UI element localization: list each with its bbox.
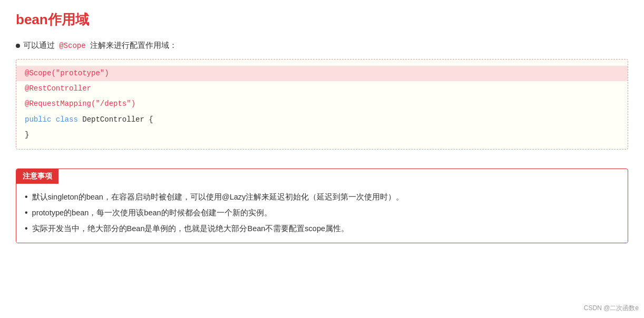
code-block: @Scope("prototype") @RestController @Req… (16, 59, 628, 149)
code-class-name: DeptController { (82, 115, 153, 124)
watermark: CSDN @二次函数e (584, 304, 639, 313)
code-line-2: @RestController (25, 81, 619, 96)
notice-item-2: prototype的bean，每一次使用该bean的时候都会创建一个新的实例。 (25, 205, 619, 221)
notice-item-3-text: 实际开发当中，绝大部分的Bean是单例的，也就是说绝大部分Bean不需要配置sc… (32, 222, 349, 235)
notice-list: 默认singleton的bean，在容器启动时被创建，可以使用@Lazy注解来延… (25, 189, 619, 236)
notice-content: 默认singleton的bean，在容器启动时被创建，可以使用@Lazy注解来延… (16, 184, 628, 243)
notice-item-3: 实际开发当中，绝大部分的Bean是单例的，也就是说绝大部分Bean不需要配置sc… (25, 221, 619, 236)
page-title: bean作用域 (16, 11, 628, 29)
code-annotation-2: @RestController (25, 84, 91, 93)
bullet-dot (16, 44, 20, 48)
code-closing-brace: } (25, 131, 29, 139)
code-annotation-3: @RequestMapping("/depts") (25, 100, 135, 108)
code-kw-public: public (25, 115, 56, 124)
notice-item-1-text: 默认singleton的bean，在容器启动时被创建，可以使用@Lazy注解来延… (32, 190, 404, 204)
code-annotation-1: @Scope("prototype") (25, 69, 109, 77)
code-line-3: @RequestMapping("/depts") (25, 96, 619, 112)
intro-text: 可以通过 @Scope 注解来进行配置作用域： (23, 41, 177, 51)
notice-header-row: 注意事项 (16, 169, 628, 184)
notice-item-1: 默认singleton的bean，在容器启动时被创建，可以使用@Lazy注解来延… (25, 189, 619, 205)
scope-annotation-tag: @Scope (57, 41, 87, 51)
notice-header-label: 注意事项 (16, 169, 58, 184)
code-line-5: } (25, 127, 619, 143)
code-kw-class: class (56, 115, 82, 124)
notice-item-2-text: prototype的bean，每一次使用该bean的时候都会创建一个新的实例。 (32, 206, 272, 220)
intro-text-after: 注解来进行配置作用域： (90, 41, 177, 49)
notice-box: 注意事项 默认singleton的bean，在容器启动时被创建，可以使用@Laz… (16, 168, 628, 243)
code-line-4: public class DeptController { (25, 112, 619, 127)
code-block-container: @Scope("prototype") @RestController @Req… (16, 59, 628, 150)
intro-section: 可以通过 @Scope 注解来进行配置作用域： (16, 41, 628, 51)
intro-text-before: 可以通过 (23, 41, 55, 49)
code-line-1: @Scope("prototype") (16, 66, 628, 81)
